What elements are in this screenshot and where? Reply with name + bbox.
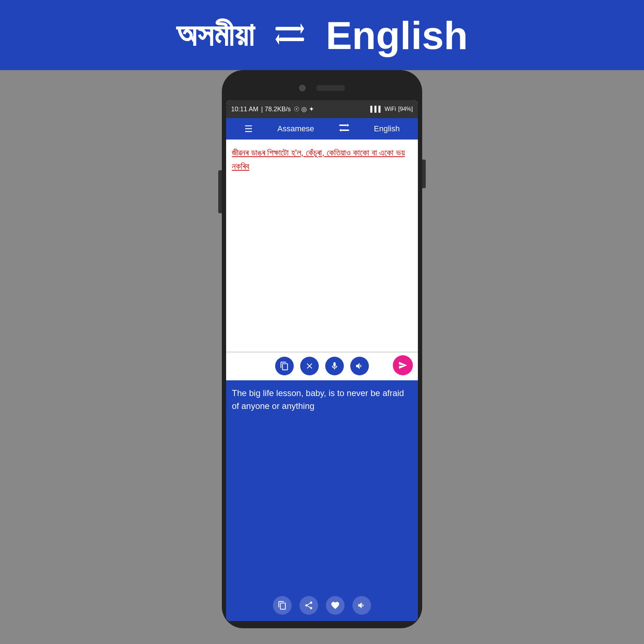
status-bar: 10:11 AM | 78.2KB/s ☉ ◎ ✦ ▌▌▌ WiFi [94%] [226, 100, 418, 118]
svg-rect-4 [339, 125, 347, 126]
share-button[interactable] [299, 596, 318, 615]
bottom-action-bar [226, 591, 418, 621]
status-right: ▌▌▌ WiFi [94%] [370, 106, 413, 112]
output-area: The big life lesson, baby, is to never b… [226, 380, 418, 621]
status-icons: ☉ ◎ ✦ [294, 105, 314, 113]
banner-source-lang: অসমীয়া [176, 16, 254, 54]
svg-marker-7 [339, 129, 341, 132]
speak-translation-button[interactable] [352, 596, 371, 615]
phone-screen: 10:11 AM | 78.2KB/s ☉ ◎ ✦ ▌▌▌ WiFi [94%]… [226, 100, 418, 621]
clipboard-button[interactable] [275, 357, 294, 375]
svg-marker-5 [347, 124, 349, 127]
clear-button[interactable] [300, 357, 319, 375]
status-left: 10:11 AM | 78.2KB/s ☉ ◎ ✦ [231, 105, 314, 113]
toolbar-swap-icon[interactable] [339, 124, 349, 134]
microphone-button[interactable] [325, 357, 344, 375]
svg-rect-6 [341, 130, 349, 131]
copy-translation-button[interactable] [273, 596, 292, 615]
translated-output-text: The big life lesson, baby, is to never b… [226, 380, 418, 419]
signal-icon: ▌▌▌ [370, 106, 382, 112]
send-button[interactable] [393, 355, 413, 375]
banner-target-lang: English [326, 13, 468, 58]
phone-device: 10:11 AM | 78.2KB/s ☉ ◎ ✦ ▌▌▌ WiFi [94%]… [222, 70, 422, 628]
hamburger-menu-icon[interactable]: ☰ [244, 123, 253, 135]
battery-icon: [94%] [398, 106, 413, 112]
app-toolbar: ☰ Assamese English [226, 118, 418, 140]
earpiece-speaker [316, 85, 345, 91]
wifi-icon: WiFi [385, 106, 396, 112]
status-speed: | 78.2KB/s [261, 106, 291, 113]
phone-side-button-left [218, 170, 222, 213]
svg-marker-3 [275, 34, 279, 45]
toolbar-target-lang[interactable]: English [374, 124, 400, 133]
top-banner: অসমীয়া English [0, 0, 644, 70]
input-area: জীৱনৰ ডাঙৰ শিক্ষাটো হ'ল, কেঁচুৰা, কেতিয়… [226, 140, 418, 380]
assamese-input-text[interactable]: জীৱনৰ ডাঙৰ শিক্ষাটো হ'ল, কেঁচুৰা, কেতিয়… [226, 140, 418, 352]
phone-camera-area [226, 77, 418, 99]
input-action-bar [226, 352, 418, 380]
swap-languages-icon[interactable] [275, 19, 304, 52]
speaker-button[interactable] [350, 357, 369, 375]
front-camera [299, 85, 306, 91]
favorite-button[interactable] [326, 596, 345, 615]
svg-rect-0 [275, 27, 301, 30]
status-time: 10:11 AM [231, 106, 258, 113]
svg-rect-2 [279, 38, 304, 41]
phone-side-button-right [422, 160, 426, 188]
svg-marker-1 [301, 23, 304, 34]
toolbar-source-lang[interactable]: Assamese [277, 124, 314, 133]
